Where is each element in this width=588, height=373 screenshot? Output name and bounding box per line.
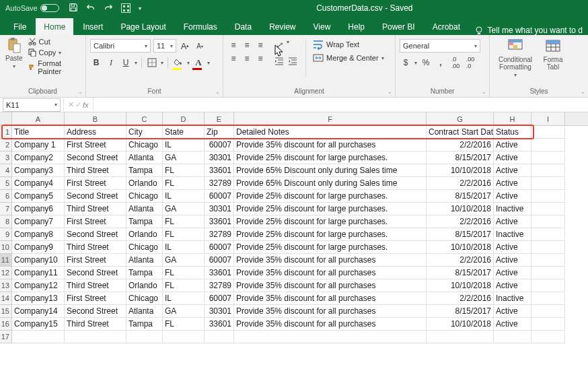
cell[interactable]: 10/10/2018 [427,164,494,177]
cell[interactable] [531,139,565,151]
cell[interactable]: Active [494,279,531,292]
cell[interactable]: 33601 [205,215,234,228]
percent-icon[interactable]: % [420,57,432,69]
cell[interactable]: Company13 [12,292,65,305]
chevron-down-icon[interactable]: ▾ [135,60,137,66]
row-header[interactable]: 17 [0,331,12,343]
paste-button[interactable]: Paste ▾ [4,37,24,69]
cell[interactable]: 2/2/2016 [427,139,494,151]
format-painter-button[interactable]: Format Painter [28,59,81,76]
cell[interactable]: Address [65,126,126,139]
name-box[interactable]: K11 ▾ [3,98,61,112]
save-icon[interactable] [69,3,78,14]
cell[interactable]: Provide 35% discount for all purchases [234,292,427,305]
col-header-B[interactable]: B [65,112,126,125]
cell[interactable]: Third Street [65,279,126,292]
cell[interactable]: Third Street [65,164,126,177]
cell[interactable] [65,331,126,343]
col-header-G[interactable]: G [427,112,494,125]
worksheet[interactable]: ABCDEFGHI 1TitleAddressCityStateZipDetai… [0,112,588,343]
cell[interactable]: Company12 [12,279,65,292]
cell[interactable]: Company5 [12,190,65,203]
table-row[interactable]: 9Company8Second StreetOrlandoFL32789Prov… [0,228,588,241]
cell[interactable]: 2/2/2016 [427,292,494,305]
cell[interactable]: 10/10/2018 [427,318,494,331]
cell[interactable]: Active [494,139,531,151]
row-header[interactable]: 10 [0,241,12,254]
enter-icon[interactable]: ✓ [75,100,81,109]
cell[interactable]: 60007 [205,292,234,305]
cell[interactable]: Chicago [126,241,163,254]
cell[interactable]: FL [163,215,205,228]
chevron-down-icon[interactable]: ▾ [414,60,417,66]
cell[interactable]: Atlanta [126,254,163,267]
cell[interactable]: 32789 [205,279,234,292]
cell[interactable]: IL [163,241,205,254]
cell[interactable]: Provide 25% discount for large purchases… [234,203,427,215]
comma-icon[interactable]: , [435,57,447,69]
cell[interactable]: Chicago [126,292,163,305]
cell[interactable]: Orlando [126,279,163,292]
cell[interactable]: Company9 [12,241,65,254]
row-header[interactable]: 13 [0,279,12,292]
cell[interactable]: Atlanta [126,203,163,215]
cell[interactable]: IL [163,139,205,151]
col-header-H[interactable]: H [494,112,531,125]
cell[interactable]: 32789 [205,177,234,190]
font-size-combo[interactable]: 11▾ [153,39,176,53]
cell[interactable]: GA [163,151,205,164]
cell[interactable]: 33601 [205,267,234,279]
cell[interactable]: Company8 [12,228,65,241]
cell[interactable]: 33601 [205,318,234,331]
chevron-down-icon[interactable]: ▾ [187,60,190,66]
cell[interactable]: First Street [65,139,126,151]
cell[interactable]: Active [494,177,531,190]
cell[interactable] [531,267,565,279]
cell[interactable]: Provide 65% Discount only during Sales t… [234,164,427,177]
cell[interactable]: Provide 35% discount for all purchases [234,139,427,151]
decrease-font-icon[interactable]: A▾ [194,40,206,52]
cell[interactable] [531,331,565,343]
cell[interactable]: Active [494,305,531,318]
cell[interactable]: Active [494,318,531,331]
bold-button[interactable]: B [90,57,102,69]
cell[interactable] [531,177,565,190]
cell[interactable]: 8/15/2017 [427,228,494,241]
cell[interactable]: Atlanta [126,151,163,164]
fx-icon[interactable]: fx [83,101,89,109]
cell[interactable] [531,203,565,215]
table-row[interactable]: 12Company11Second StreetTampaFL33601Prov… [0,267,588,279]
cell[interactable] [494,331,531,343]
cell[interactable]: Second Street [65,305,126,318]
cell[interactable]: Company4 [12,177,65,190]
cell[interactable]: 30301 [205,203,234,215]
cell[interactable] [531,292,565,305]
cell[interactable]: 8/15/2017 [427,305,494,318]
cell[interactable] [531,279,565,292]
cell[interactable]: GA [163,305,205,318]
table-row[interactable]: 17 [0,331,588,343]
cell[interactable]: Provide 35% discount for all purchases [234,305,427,318]
tell-me-search[interactable]: Tell me what you want to d [474,26,583,35]
cell[interactable]: 33601 [205,164,234,177]
cell[interactable]: Company7 [12,215,65,228]
cell[interactable]: Company3 [12,164,65,177]
cell[interactable]: FL [163,267,205,279]
row-header[interactable]: 6 [0,190,12,203]
cell[interactable]: First Street [65,292,126,305]
cell[interactable]: Provide 35% discount for all purchases [234,254,427,267]
wrap-text-button[interactable]: Wrap Text [313,39,384,50]
cell[interactable]: Active [494,267,531,279]
cell[interactable]: First Street [65,254,126,267]
cell[interactable] [531,254,565,267]
tab-page-layout[interactable]: Page Layout [112,18,174,35]
cell[interactable]: 10/10/2018 [427,241,494,254]
cell[interactable]: Second Street [65,267,126,279]
conditional-formatting-button[interactable]: ConditionalFormatting ▾ [494,38,537,78]
row-header[interactable]: 8 [0,215,12,228]
tab-formulas[interactable]: Formulas [176,18,225,35]
row-header[interactable]: 15 [0,305,12,318]
undo-icon[interactable] [86,3,96,14]
border-icon[interactable] [146,57,158,69]
currency-icon[interactable]: $ [400,57,412,69]
